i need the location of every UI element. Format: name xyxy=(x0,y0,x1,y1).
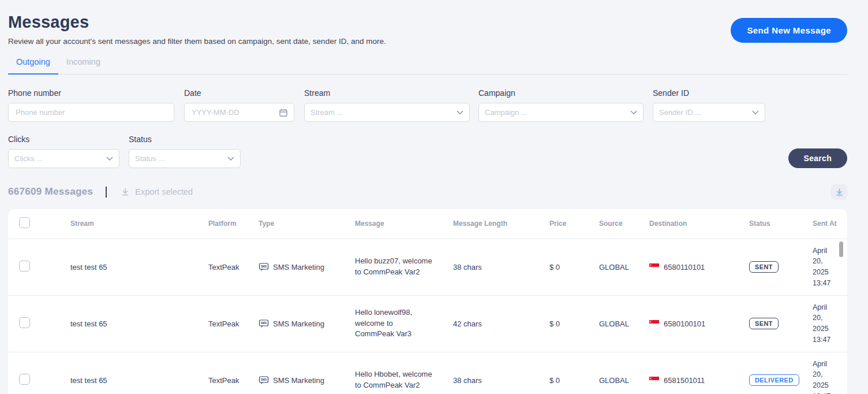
column-header-type: Type xyxy=(259,209,355,239)
column-header-sent-at: Sent At xyxy=(813,209,847,239)
column-header-stream: Stream xyxy=(70,209,208,239)
cell-destination: 6581501011 xyxy=(649,376,741,385)
date-input-field[interactable] xyxy=(190,107,279,117)
status-select[interactable]: Status ... xyxy=(129,149,241,168)
clicks-select[interactable]: Clicks ... xyxy=(8,149,119,168)
svg-text:SMS: SMS xyxy=(261,378,267,381)
table-scrollbar[interactable] xyxy=(839,241,843,257)
cell-price: $ 0 xyxy=(549,295,599,352)
chevron-down-icon xyxy=(227,157,234,161)
cell-source: GLOBAL xyxy=(599,239,649,295)
cell-message: Hello buzz07, welcome to CommPeak Var2 xyxy=(355,256,437,278)
download-icon xyxy=(121,187,130,196)
column-header-destination: Destination xyxy=(649,209,749,239)
cell-message-length: 38 chars xyxy=(453,239,549,295)
singapore-flag-icon xyxy=(649,263,659,270)
messages-table-card: Stream Platform Type Message Message Len… xyxy=(8,209,847,394)
tab-outgoing[interactable]: Outgoing xyxy=(8,57,58,75)
sms-bubble-icon: SMS xyxy=(259,376,269,385)
chevron-down-icon xyxy=(630,110,637,114)
column-header-price: Price xyxy=(549,209,599,239)
messages-table: Stream Platform Type Message Message Len… xyxy=(8,209,847,394)
export-selected-link[interactable]: Export selected xyxy=(121,187,193,196)
status-select-value: Status ... xyxy=(135,154,164,163)
stream-select-value: Stream ... xyxy=(310,108,343,117)
tab-incoming[interactable]: Incoming xyxy=(58,57,108,74)
cell-price: $ 0 xyxy=(549,239,599,295)
header-text: Messages Review all your account's sent … xyxy=(8,13,386,46)
page-header: Messages Review all your account's sent … xyxy=(8,0,847,46)
type-label: SMS Marketing xyxy=(273,263,324,272)
status-badge: SENT xyxy=(749,318,779,329)
cell-message-length: 38 chars xyxy=(453,352,549,394)
status-badge: DELIVERED xyxy=(749,374,799,386)
column-header-status: Status xyxy=(749,209,813,239)
page-subtitle: Review all your account's sent messages … xyxy=(8,37,386,46)
cell-message-length: 42 chars xyxy=(453,295,549,352)
cell-platform: TextPeak xyxy=(208,295,259,352)
campaign-select-value: Campaign ... xyxy=(485,108,527,117)
messages-count: 667609 Messages xyxy=(8,186,93,198)
cell-sent-at: April 20, 2025 13:47 xyxy=(813,246,838,289)
cell-sent-at: April 20, 2025 13:47 xyxy=(813,302,838,345)
filter-campaign: Campaign Campaign ... xyxy=(478,88,643,122)
filter-sender-id: Sender ID Sender ID ... xyxy=(653,88,765,122)
cell-type: SMS SMS Marketing xyxy=(259,262,347,272)
clicks-label: Clicks xyxy=(8,135,119,144)
cell-platform: TextPeak xyxy=(208,239,259,295)
results-bar: 667609 Messages Export selected xyxy=(8,184,847,200)
filter-stream: Stream Stream ... xyxy=(304,88,470,122)
export-all-button[interactable] xyxy=(831,184,847,200)
table-row[interactable]: test test 65 TextPeak SMS SMS Ma xyxy=(8,352,847,394)
sender-id-select-value: Sender ID ... xyxy=(659,108,701,117)
row-checkbox[interactable] xyxy=(19,317,30,328)
sms-bubble-icon: SMS xyxy=(259,262,269,272)
table-header-row: Stream Platform Type Message Message Len… xyxy=(8,209,847,239)
sender-id-select[interactable]: Sender ID ... xyxy=(653,103,765,122)
table-row[interactable]: test test 65 TextPeak SMS SMS Ma xyxy=(8,295,847,352)
stream-label: Stream xyxy=(304,88,470,98)
chevron-down-icon xyxy=(752,110,759,114)
cell-stream: test test 65 xyxy=(70,239,208,295)
row-checkbox[interactable] xyxy=(19,261,30,272)
calendar-icon[interactable] xyxy=(279,108,288,117)
download-icon xyxy=(835,188,844,196)
date-input[interactable] xyxy=(184,103,294,122)
campaign-label: Campaign xyxy=(478,88,643,98)
cell-message: Hello lonewolf98, welcome to CommPeak Va… xyxy=(355,307,430,340)
cell-platform: TextPeak xyxy=(208,352,259,394)
column-header-source: Source xyxy=(599,209,649,239)
status-badge: SENT xyxy=(749,261,779,273)
chevron-down-icon xyxy=(106,157,113,161)
sms-bubble-icon: SMS xyxy=(259,319,269,328)
stream-select[interactable]: Stream ... xyxy=(304,103,470,122)
cell-destination: 6580100101 xyxy=(649,319,741,328)
send-new-message-button[interactable]: Send New Message xyxy=(731,18,847,43)
table-row[interactable]: test test 65 TextPeak SMS SMS Ma xyxy=(8,239,847,295)
cell-destination: 6580110101 xyxy=(649,263,741,272)
search-button[interactable]: Search xyxy=(788,148,848,168)
type-label: SMS Marketing xyxy=(273,319,324,328)
filter-row-2: Clicks Clicks ... Status Status ... Sear… xyxy=(8,135,847,168)
campaign-select[interactable]: Campaign ... xyxy=(478,103,643,122)
chevron-down-icon xyxy=(457,110,463,114)
cell-type: SMS SMS Marketing xyxy=(259,319,347,328)
filter-clicks: Clicks Clicks ... xyxy=(8,135,119,168)
column-header-message: Message xyxy=(355,209,453,239)
cell-stream: test test 65 xyxy=(70,352,208,394)
date-label: Date xyxy=(184,88,294,98)
export-selected-label: Export selected xyxy=(135,187,193,196)
tab-bar: Outgoing Incoming xyxy=(8,57,847,75)
page-title: Messages xyxy=(8,13,386,32)
phone-number-input[interactable] xyxy=(14,107,168,117)
cell-price: $ 0 xyxy=(549,352,599,394)
destination-number: 6581501011 xyxy=(664,376,705,385)
select-all-checkbox[interactable] xyxy=(19,217,30,228)
cell-source: GLOBAL xyxy=(599,352,649,394)
cell-source: GLOBAL xyxy=(599,295,649,352)
row-checkbox[interactable] xyxy=(19,374,30,385)
cell-stream: test test 65 xyxy=(70,295,208,352)
destination-number: 6580100101 xyxy=(664,319,705,328)
phone-number-label: Phone number xyxy=(8,88,174,98)
filter-status: Status Status ... xyxy=(129,135,241,168)
